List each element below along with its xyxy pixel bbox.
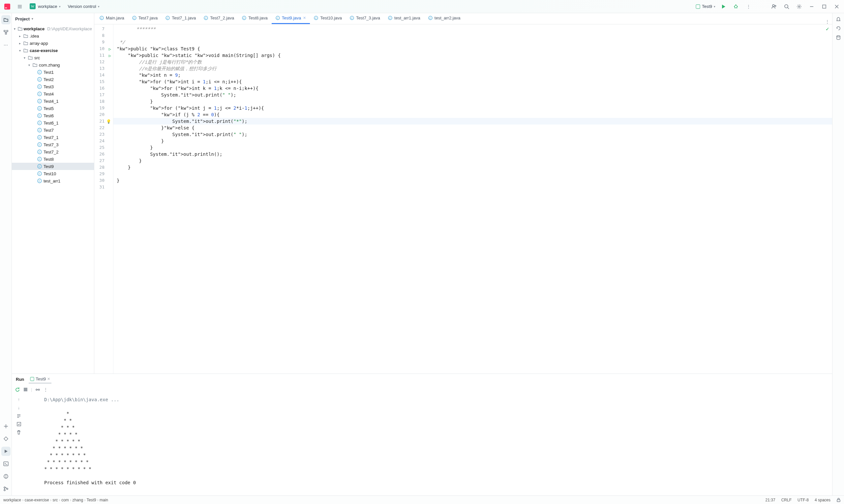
editor-tab[interactable]: CTest9.java✕	[272, 13, 310, 24]
svg-text:C: C	[167, 17, 169, 20]
svg-rect-25	[4, 30, 5, 32]
project-tool-icon[interactable]	[1, 15, 11, 24]
workspace-name: workplace	[38, 4, 57, 9]
editor-tab[interactable]: CTest7.java	[128, 13, 162, 24]
tree-node[interactable]: CTest1	[12, 69, 94, 76]
run-button[interactable]	[719, 2, 728, 11]
tree-node[interactable]: ▸array-app	[12, 39, 94, 47]
more-menu-icon[interactable]: ⋮	[744, 2, 753, 11]
close-icon[interactable]: ✕	[303, 16, 306, 20]
tree-node[interactable]: ▾com.zhang	[12, 61, 94, 69]
editor-tab[interactable]: CTest7_3.java	[346, 13, 384, 24]
tree-node[interactable]: CTest7_1	[12, 134, 94, 141]
hamburger-icon[interactable]	[15, 2, 24, 11]
tree-node[interactable]: CTest7_2	[12, 148, 94, 156]
settings-icon[interactable]	[795, 2, 804, 11]
tree-node[interactable]: ▾workplaceD:\App\IDEA\workplace	[12, 25, 94, 32]
tree-node[interactable]: CTest7	[12, 126, 94, 134]
tree-node[interactable]: CTest4_1	[12, 97, 94, 105]
tree-node[interactable]: ▾case-exercise	[12, 47, 94, 54]
run-gutter-icon[interactable]: ▷	[109, 52, 111, 59]
project-tree[interactable]: ▾workplaceD:\App\IDEA\workplace▸.idea▸ar…	[12, 24, 94, 374]
project-selector[interactable]: W workplace ▾	[28, 2, 63, 11]
tree-node[interactable]: ▸.idea	[12, 32, 94, 39]
svg-rect-91	[30, 377, 34, 381]
debug-button[interactable]	[731, 2, 740, 11]
svg-text:C: C	[38, 100, 40, 103]
svg-text:C: C	[277, 17, 279, 20]
filter-icon[interactable]	[35, 387, 40, 392]
rerun-icon[interactable]	[15, 387, 20, 392]
svg-line-19	[788, 7, 789, 9]
editor-area: CMain.javaCTest7.javaCTest7_1.javaCTest7…	[94, 13, 832, 374]
tree-node[interactable]: CTest3	[12, 83, 94, 90]
tree-node[interactable]: ▾src	[12, 54, 94, 61]
run-tab[interactable]: Test9 ✕	[29, 375, 51, 383]
run-panel: Run Test9 ✕ | ⋮ ↑ ↓	[12, 374, 832, 496]
bookmark-tool-icon[interactable]	[1, 422, 11, 431]
git-tool-icon[interactable]	[1, 484, 11, 493]
svg-text:C: C	[133, 17, 135, 20]
svg-rect-1	[5, 7, 7, 8]
app-logo-icon	[3, 2, 12, 11]
ai-tool-icon[interactable]	[836, 26, 841, 31]
more-icon[interactable]: ⋮	[44, 387, 48, 392]
tree-node[interactable]: CTest8	[12, 156, 94, 163]
svg-text:C: C	[38, 85, 40, 88]
search-icon[interactable]	[782, 2, 791, 11]
run-tool-icon[interactable]	[1, 447, 11, 456]
tree-node[interactable]: CTest7_3	[12, 141, 94, 148]
caret-position[interactable]: 21:37	[765, 498, 775, 502]
scroll-icon[interactable]	[16, 422, 21, 427]
tree-node[interactable]: CTest2	[12, 76, 94, 83]
tree-node[interactable]: CTest5	[12, 105, 94, 112]
down-arrow-icon[interactable]: ↓	[18, 405, 20, 410]
maximize-icon[interactable]	[820, 2, 829, 11]
editor-tab[interactable]: CTest7_1.java	[161, 13, 200, 24]
breadcrumb[interactable]: workplace › case-exercise › src › com › …	[3, 498, 108, 502]
chevron-down-icon: ▾	[714, 5, 716, 8]
stop-icon[interactable]	[23, 388, 28, 392]
close-icon[interactable]: ✕	[47, 377, 50, 381]
tree-node[interactable]: Ctest_arr1	[12, 177, 94, 184]
editor-tab[interactable]: Ctest_arr2.java	[424, 13, 465, 24]
terminal-tool-icon[interactable]	[1, 459, 11, 468]
run-gutter-icon[interactable]: ▷	[109, 46, 111, 52]
console-output[interactable]: D:\App\jdk\bin\java.exe ... * * * * * * …	[26, 394, 832, 496]
run-config-selector[interactable]: Test9 ▾	[696, 4, 716, 9]
tree-node[interactable]: CTest10	[12, 170, 94, 177]
editor-tabs[interactable]: CMain.javaCTest7.javaCTest7_1.javaCTest7…	[94, 13, 832, 24]
indent-info[interactable]: 4 spaces	[815, 498, 830, 502]
more-tool-icon[interactable]: ⋯	[1, 40, 11, 49]
build-tool-icon[interactable]	[1, 434, 11, 444]
tabs-more-icon[interactable]: ⋮	[823, 19, 832, 24]
database-icon[interactable]	[836, 35, 841, 40]
svg-point-36	[4, 487, 5, 488]
inspection-ok-icon[interactable]: ✓	[826, 26, 829, 32]
tree-node[interactable]: CTest6_1	[12, 119, 94, 126]
soft-wrap-icon[interactable]	[16, 413, 21, 418]
editor-tab[interactable]: CTest7_2.java	[200, 13, 238, 24]
add-user-icon[interactable]	[770, 2, 779, 11]
vcs-menu[interactable]: Version control ▾	[66, 3, 102, 10]
editor-tab[interactable]: CMain.java	[96, 13, 128, 24]
notifications-icon[interactable]	[836, 16, 841, 22]
tree-node[interactable]: CTest4	[12, 90, 94, 97]
tree-node[interactable]: CTest6	[12, 112, 94, 119]
structure-tool-icon[interactable]	[1, 28, 11, 37]
lock-icon[interactable]	[837, 498, 841, 502]
code-editor[interactable]: ******* */"kw">public "kw">class Test9 {…	[114, 24, 832, 374]
editor-tab[interactable]: CTest10.java	[310, 13, 346, 24]
editor-tab[interactable]: Ctest_arr1.java	[384, 13, 424, 24]
editor-tab[interactable]: CTest8.java	[238, 13, 272, 24]
up-arrow-icon[interactable]: ↑	[18, 397, 20, 402]
line-ending[interactable]: CRLF	[781, 498, 792, 502]
intention-bulb-icon[interactable]: 💡	[106, 118, 111, 125]
project-panel-header[interactable]: Project ▾	[12, 13, 94, 24]
problems-tool-icon[interactable]	[1, 472, 11, 481]
tree-node[interactable]: CTest9	[12, 163, 94, 170]
trash-icon[interactable]	[16, 430, 21, 434]
close-icon[interactable]	[832, 2, 841, 11]
encoding[interactable]: UTF-8	[797, 498, 809, 502]
minimize-icon[interactable]	[807, 2, 816, 11]
